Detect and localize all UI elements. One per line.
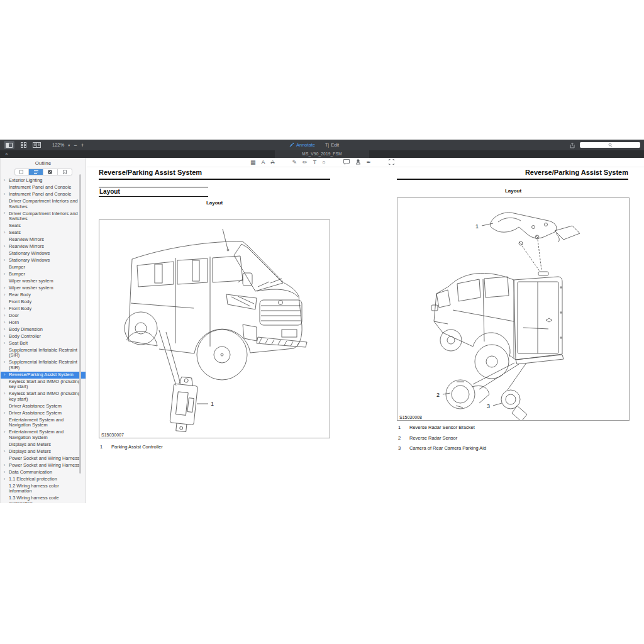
disclosure-triangle-icon[interactable]: › — [4, 306, 5, 312]
disclosure-triangle-icon[interactable]: › — [4, 372, 5, 378]
sidebar-item[interactable]: ›Data Communication — [1, 469, 86, 476]
sidebar-item[interactable]: Seats — [1, 223, 86, 230]
sidebar-item[interactable]: Instrument Panel and Console — [1, 184, 86, 191]
sidebar-item[interactable]: ›Body Dimension — [1, 326, 86, 333]
sidebar-item[interactable]: ›Seat Belt — [1, 340, 86, 347]
sidebar-item[interactable]: Front Body — [1, 299, 86, 306]
sidebar-item[interactable]: ›Horn — [1, 319, 86, 326]
sidebar-item-label: Stationary Windows — [9, 257, 50, 263]
sidebar-item[interactable]: Power Socket and Wiring Harness — [1, 455, 86, 462]
shapes-icon[interactable]: ○ — [322, 160, 325, 165]
zoom-caret-icon[interactable]: ▾ — [68, 143, 70, 147]
callout-label: Camera of Rear Camera Parking Aid — [409, 445, 486, 451]
disclosure-triangle-icon[interactable]: › — [4, 244, 5, 250]
sidebar-item[interactable]: Wiper washer system — [1, 278, 86, 285]
disclosure-triangle-icon[interactable]: › — [4, 327, 5, 333]
sidebar-item-label: Displays and Meters — [9, 448, 51, 454]
note-icon[interactable] — [343, 159, 350, 166]
sidebar-item[interactable]: Displays and Meters — [1, 441, 86, 448]
fullscreen-icon[interactable] — [389, 159, 394, 166]
disclosure-triangle-icon[interactable]: › — [4, 313, 5, 319]
sidebar-item[interactable]: ›Body Controller — [1, 333, 86, 340]
disclosure-triangle-icon[interactable]: › — [4, 334, 5, 340]
sidebar-item[interactable]: Rearview Mirrors — [1, 236, 86, 243]
sidebar-item[interactable]: ›Rearview Mirrors — [1, 243, 86, 250]
annotate-mode-tab[interactable]: Annotate — [289, 142, 315, 148]
sidebar-item-label: Bumper — [9, 271, 25, 277]
color-grid-icon[interactable]: ▦ — [250, 160, 256, 165]
disclosure-triangle-icon[interactable]: › — [4, 449, 5, 455]
disclosure-triangle-icon[interactable]: › — [4, 463, 5, 469]
sidebar-item[interactable]: 1.2 Wiring harness color information — [1, 483, 86, 496]
stamp-icon[interactable] — [355, 159, 361, 166]
highlight-icon[interactable]: A — [262, 160, 265, 165]
zoom-in-button[interactable]: + — [80, 142, 84, 148]
sidebar-item[interactable]: ›Front Body — [1, 306, 86, 313]
sidebar-item-label: Rearview Mirrors — [9, 236, 44, 242]
pencil-icon[interactable]: ✎ — [292, 160, 297, 165]
signature-icon[interactable]: ✒ — [367, 160, 372, 165]
sidebar-item[interactable]: ›Door — [1, 313, 86, 319]
disclosure-triangle-icon[interactable]: › — [4, 272, 5, 277]
page-view-icon[interactable] — [33, 141, 41, 149]
disclosure-triangle-icon[interactable]: › — [4, 178, 5, 184]
sidebar-item[interactable]: ›Supplemental Inflatable Restraint (SIR) — [1, 359, 86, 372]
annotations-tab[interactable] — [43, 169, 58, 175]
disclosure-triangle-icon[interactable]: › — [4, 341, 5, 347]
sidebar-toggle-icon[interactable] — [4, 141, 14, 149]
edit-mode-tab[interactable]: T| Edit — [325, 142, 339, 148]
sidebar-item[interactable]: ›Driver Compartment Interiors and Switch… — [1, 210, 86, 223]
sidebar-item[interactable]: Supplemental Inflatable Restraint (SIR) — [1, 347, 86, 359]
sidebar-item[interactable]: ›Entertainment System and Navigation Sys… — [1, 429, 86, 441]
sidebar-item[interactable]: Entertainment System and Navigation Syst… — [1, 417, 86, 430]
disclosure-triangle-icon[interactable]: › — [4, 320, 5, 326]
document-tab[interactable]: MS_V90_2019_FSM — [275, 150, 369, 158]
sidebar-item[interactable]: ›Seats — [1, 230, 86, 236]
sidebar-item[interactable]: ›Instrument Panel and Console — [1, 191, 86, 198]
disclosure-triangle-icon[interactable]: › — [4, 430, 5, 435]
sidebar-item-selected[interactable]: ›Reverse/Parking Assist System — [1, 372, 86, 379]
share-icon[interactable] — [570, 141, 575, 149]
search-input[interactable] — [580, 142, 640, 148]
bookmarks-tab[interactable] — [58, 169, 72, 175]
strikeout-icon[interactable]: A — [271, 160, 275, 165]
sidebar-item[interactable]: Stationary Windows — [1, 250, 86, 257]
disclosure-triangle-icon[interactable]: › — [4, 258, 5, 264]
sidebar-item[interactable]: ›Power Socket and Wiring Harness — [1, 462, 86, 469]
zoom-level[interactable]: 122% — [52, 142, 64, 148]
sidebar-item-label: Data Communication — [9, 469, 52, 475]
sidebar-item[interactable]: ›Bumper — [1, 271, 86, 278]
disclosure-triangle-icon[interactable]: › — [4, 470, 5, 475]
disclosure-triangle-icon[interactable]: › — [4, 192, 5, 197]
sidebar-scrollbar[interactable] — [79, 174, 81, 474]
disclosure-triangle-icon[interactable]: › — [4, 411, 5, 416]
sidebar-item[interactable]: ›Displays and Meters — [1, 448, 86, 455]
sidebar-item[interactable]: ›Rear Body — [1, 292, 86, 299]
disclosure-triangle-icon[interactable]: › — [4, 477, 5, 482]
disclosure-triangle-icon[interactable]: › — [4, 230, 5, 236]
sidebar-item[interactable]: 1.3 Wiring harness code explanation — [1, 495, 86, 503]
sidebar-item[interactable]: ›Wiper washer system — [1, 285, 86, 292]
disclosure-triangle-icon[interactable]: › — [4, 286, 5, 291]
thumbnail-grid-icon[interactable] — [21, 141, 26, 149]
sidebar-item[interactable]: Driver Compartment Interiors and Switche… — [1, 198, 86, 211]
disclosure-triangle-icon[interactable]: › — [4, 292, 5, 298]
left-figure-title: Layout — [99, 200, 330, 206]
sidebar-item[interactable]: Bumper — [1, 264, 86, 271]
zoom-out-button[interactable]: − — [74, 142, 77, 148]
sidebar-item[interactable]: ›Driver Assistance System — [1, 410, 86, 417]
disclosure-triangle-icon[interactable]: › — [4, 360, 5, 365]
disclosure-triangle-icon[interactable]: › — [4, 211, 5, 216]
sidebar-item[interactable]: ›Exterior Lighting — [1, 177, 86, 184]
disclosure-triangle-icon[interactable]: › — [4, 391, 5, 397]
sidebar-item[interactable]: Keyless Start and IMMO (including key st… — [1, 379, 86, 391]
sidebar-item[interactable]: ›1.1 Electrical protection — [1, 476, 86, 483]
thumbnails-tab[interactable] — [15, 169, 30, 175]
outline-tab[interactable] — [29, 169, 43, 175]
highlighter-icon[interactable]: ✏ — [303, 160, 308, 165]
text-icon[interactable]: T — [313, 160, 317, 165]
tab-close-button[interactable]: × — [5, 150, 8, 158]
sidebar-item[interactable]: ›Stationary Windows — [1, 257, 86, 264]
sidebar-item[interactable]: ›Keyless Start and IMMO (including key s… — [1, 391, 86, 403]
sidebar-item[interactable]: Driver Assistance System — [1, 403, 86, 410]
